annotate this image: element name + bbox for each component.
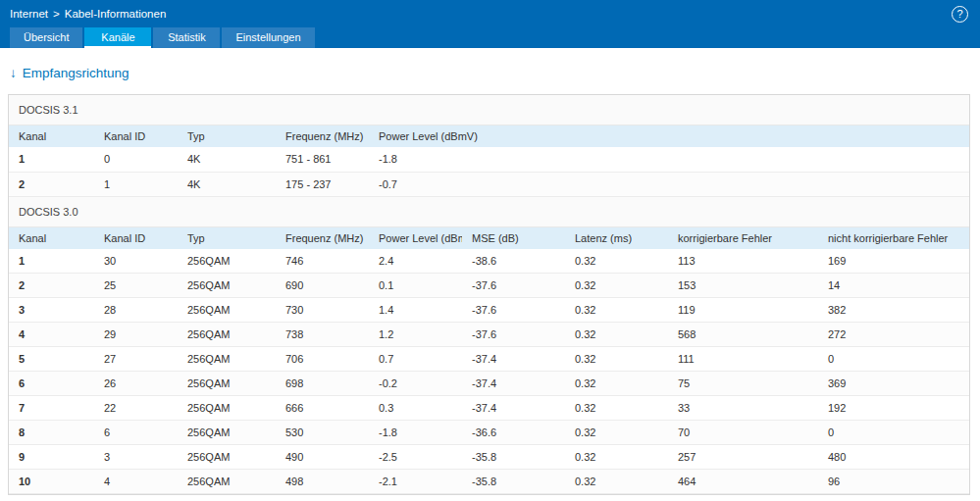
table-row: 225256QAM6900.1-37.60.3215314 — [9, 274, 969, 298]
table-cell: 175 - 237 — [276, 172, 369, 196]
table-cell: 1.4 — [369, 298, 462, 323]
tab-kanaele[interactable]: Kanäle — [84, 27, 151, 48]
table-cell: 1 — [9, 147, 94, 172]
column-header: MSE (dB) — [462, 227, 565, 249]
table-cell: 256QAM — [178, 274, 276, 298]
table-row: 722256QAM6660.3-37.40.3233192 — [9, 396, 969, 421]
table-cell: 0.32 — [565, 470, 668, 494]
table-cell: 706 — [276, 347, 369, 372]
column-header: Power Level (dBmV) — [369, 227, 462, 249]
table-cell: 4 — [9, 323, 94, 347]
table-cell: 690 — [276, 274, 369, 298]
table-cell: 382 — [818, 298, 969, 323]
table-cell: 3 — [9, 298, 94, 323]
table-cell: 4K — [178, 147, 276, 172]
table-cell: -2.1 — [369, 470, 462, 494]
table-row: 429256QAM7381.2-37.60.32568272 — [9, 323, 969, 347]
table-cell: -37.6 — [462, 274, 565, 298]
column-header: Kanal — [9, 227, 94, 249]
table-cell: 10 — [9, 470, 94, 494]
table-row: 104K751 - 861-1.8 — [9, 147, 969, 172]
table-cell: 28 — [94, 298, 178, 323]
section-empfangsrichtung-toggle[interactable]: ↓ Empfangsrichtung — [10, 66, 129, 80]
table-cell: 169 — [818, 249, 969, 274]
table-cell: -37.4 — [462, 347, 565, 372]
breadcrumb-internet[interactable]: Internet — [10, 8, 48, 20]
table-header-row: KanalKanal IDTypFrequenz (MHz)Power Leve… — [9, 227, 969, 249]
column-header: Frequenz (MHz) — [276, 227, 369, 249]
table-cell: -37.4 — [462, 372, 565, 396]
table-cell: 1.2 — [369, 323, 462, 347]
table-cell: 0.32 — [565, 372, 668, 396]
docsis31-table: KanalKanal IDTypFrequenz (MHz)Power Leve… — [9, 125, 969, 197]
table-cell: 7 — [9, 396, 94, 421]
table-cell: 480 — [818, 445, 969, 470]
table-cell: 0.32 — [565, 396, 668, 421]
table-cell: 27 — [94, 347, 178, 372]
table-cell: 75 — [668, 372, 818, 396]
table-row: 130256QAM7462.4-38.60.32113169 — [9, 249, 969, 274]
tab-statistik[interactable]: Statistik — [153, 27, 220, 48]
table-cell: 730 — [276, 298, 369, 323]
docsis31-band-title: DOCSIS 3.1 — [9, 95, 969, 125]
tab-einstellungen[interactable]: Einstellungen — [222, 27, 314, 48]
tab-bar: ÜbersichtKanäleStatistikEinstellungen — [0, 27, 980, 48]
table-row: 86256QAM530-1.8-36.60.32700 — [9, 421, 969, 445]
table-cell: 9 — [9, 445, 94, 470]
table-cell: 2 — [9, 274, 94, 298]
table-cell: 14 — [818, 274, 969, 298]
table-cell: 738 — [276, 323, 369, 347]
docsis30-table: KanalKanal IDTypFrequenz (MHz)Power Leve… — [9, 227, 969, 495]
table-cell: 256QAM — [178, 298, 276, 323]
tab-uebersicht[interactable]: Übersicht — [10, 27, 82, 48]
table-cell: 0 — [94, 147, 178, 172]
table-cell: 568 — [668, 323, 818, 347]
table-cell: -2.5 — [369, 445, 462, 470]
table-cell: 96 — [818, 470, 969, 494]
table-cell: 746 — [276, 249, 369, 274]
breadcrumb: Internet > Kabel-Informationen — [10, 8, 166, 20]
table-cell: 256QAM — [178, 347, 276, 372]
column-header: Kanal — [9, 125, 94, 147]
table-cell: 490 — [276, 445, 369, 470]
table-cell: 153 — [668, 274, 818, 298]
table-cell: 2 — [9, 172, 94, 196]
table-cell: 26 — [94, 372, 178, 396]
table-cell: 369 — [818, 372, 969, 396]
table-cell: 3 — [94, 445, 178, 470]
table-cell: 25 — [94, 274, 178, 298]
table-cell: 33 — [668, 396, 818, 421]
column-header: Typ — [178, 227, 276, 249]
table-cell: 0.32 — [565, 323, 668, 347]
column-header: Frequenz (MHz) — [276, 125, 369, 147]
section-title-label: Empfangsrichtung — [23, 66, 129, 80]
channels-table-container: DOCSIS 3.1 KanalKanal IDTypFrequenz (MHz… — [8, 94, 970, 495]
table-cell: 256QAM — [178, 372, 276, 396]
help-icon[interactable]: ? — [952, 6, 968, 23]
table-cell: 498 — [276, 470, 369, 494]
table-cell: 256QAM — [178, 470, 276, 494]
page-content: ↓ Empfangsrichtung DOCSIS 3.1 KanalKanal… — [0, 48, 980, 495]
table-cell: 0 — [818, 421, 969, 445]
table-cell: -0.7 — [369, 172, 969, 196]
table-cell: 751 - 861 — [276, 147, 369, 172]
table-cell: 256QAM — [178, 421, 276, 445]
table-cell: 464 — [668, 470, 818, 494]
table-cell: 1 — [94, 172, 178, 196]
table-header-row: KanalKanal IDTypFrequenz (MHz)Power Leve… — [9, 125, 969, 147]
table-row: 328256QAM7301.4-37.60.32119382 — [9, 298, 969, 323]
table-cell: 192 — [818, 396, 969, 421]
table-cell: 0.32 — [565, 421, 668, 445]
table-cell: 4 — [94, 470, 178, 494]
column-header: Typ — [178, 125, 276, 147]
table-cell: -37.4 — [462, 396, 565, 421]
column-header: Latenz (ms) — [565, 227, 668, 249]
table-row: 93256QAM490-2.5-35.80.32257480 — [9, 445, 969, 470]
table-cell: -35.8 — [462, 445, 565, 470]
table-row: 214K175 - 237-0.7 — [9, 172, 969, 196]
table-row: 527256QAM7060.7-37.40.321110 — [9, 347, 969, 372]
table-cell: 6 — [94, 421, 178, 445]
table-cell: 1 — [9, 249, 94, 274]
table-cell: 256QAM — [178, 445, 276, 470]
table-cell: -35.8 — [462, 470, 565, 494]
